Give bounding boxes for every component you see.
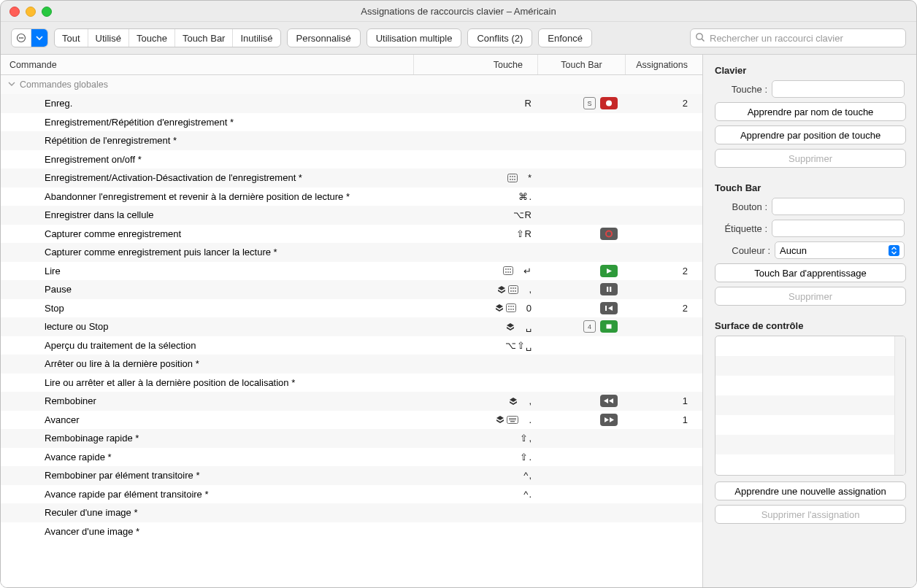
table-row[interactable]: Enregistrement/Répétition d'enregistreme… bbox=[1, 113, 702, 132]
close-icon[interactable] bbox=[9, 7, 20, 17]
table-row[interactable]: Avancer d'une image * bbox=[1, 522, 702, 541]
conflicts-button[interactable]: Conflits (2) bbox=[467, 28, 532, 47]
tb-label-input[interactable] bbox=[772, 220, 905, 237]
scrollbar[interactable] bbox=[894, 336, 905, 475]
ellipsis-icon[interactable] bbox=[12, 29, 31, 47]
tb-button-input[interactable] bbox=[772, 198, 905, 215]
list-item[interactable] bbox=[715, 435, 894, 454]
keyboard-delete-button[interactable]: Supprimer bbox=[715, 149, 906, 168]
key-cell bbox=[414, 355, 538, 374]
table-row[interactable]: Capturer comme enregistrement⇧R bbox=[1, 225, 702, 244]
table-row[interactable]: Rembobiner par élément transitoire *^, bbox=[1, 466, 702, 485]
assignments-cell bbox=[626, 448, 702, 467]
command-label: Avancer bbox=[45, 414, 79, 425]
assignments-cell bbox=[626, 522, 702, 541]
command-cell: Enregistrement on/off * bbox=[1, 150, 414, 169]
list-item[interactable] bbox=[715, 336, 894, 356]
delete-assignment-button[interactable]: Supprimer l'assignation bbox=[715, 505, 906, 524]
search-field[interactable] bbox=[690, 28, 906, 47]
control-surface-list[interactable] bbox=[715, 336, 906, 476]
svg-rect-15 bbox=[600, 228, 618, 240]
learn-by-name-button[interactable]: Apprendre par nom de touche bbox=[715, 102, 906, 121]
key-cell bbox=[414, 243, 538, 262]
table-row[interactable]: Enregistrement/Activation-Désactivation … bbox=[1, 169, 702, 187]
zoom-icon[interactable] bbox=[42, 7, 52, 17]
svg-rect-32 bbox=[600, 283, 618, 295]
control-surface-section: Surface de contrôle Apprendre une nouvel… bbox=[715, 320, 905, 528]
table-row[interactable]: Stop02 bbox=[1, 299, 702, 318]
minimize-icon[interactable] bbox=[26, 7, 36, 17]
table-row[interactable]: lecture ou Stop␣4 bbox=[1, 317, 702, 336]
search-input[interactable] bbox=[690, 28, 906, 47]
table-row[interactable]: Reculer d'une image * bbox=[1, 503, 702, 522]
num-icon bbox=[503, 266, 513, 275]
assignments-cell: 1 bbox=[626, 392, 702, 411]
col-assignments[interactable]: Assignations bbox=[626, 55, 702, 74]
filter-touche[interactable]: Touche bbox=[129, 29, 175, 47]
list-item[interactable] bbox=[715, 415, 894, 435]
filter-utilise[interactable]: Utilisé bbox=[88, 29, 129, 47]
command-label: Lire ou arrêter et aller à la dernière p… bbox=[45, 377, 295, 388]
table-row[interactable]: Abandonner l'enregistrement et revenir à… bbox=[1, 187, 702, 206]
key-cell: 0 bbox=[414, 299, 538, 318]
select-chevron-icon bbox=[889, 245, 899, 256]
key-input[interactable] bbox=[772, 80, 905, 98]
list-item[interactable] bbox=[715, 454, 894, 474]
col-command[interactable]: Commande bbox=[1, 55, 414, 74]
chevron-down-icon[interactable] bbox=[31, 29, 47, 47]
key-value: ^. bbox=[523, 489, 532, 500]
col-key[interactable]: Touche bbox=[414, 55, 538, 74]
learn-assignment-button[interactable]: Apprendre une nouvelle assignation bbox=[715, 481, 906, 500]
table-row[interactable]: Avancer.1 bbox=[1, 411, 702, 430]
view-mode-pill[interactable] bbox=[11, 28, 48, 47]
table-row[interactable]: Avance rapide par élément transitoire *^… bbox=[1, 485, 702, 504]
touchbar-stop-icon bbox=[599, 320, 618, 333]
svg-rect-8 bbox=[507, 174, 517, 182]
svg-point-18 bbox=[505, 268, 507, 270]
table-row[interactable]: Avance rapide *⇧. bbox=[1, 448, 702, 467]
table-row[interactable]: Capturer comme enregistrement puis lance… bbox=[1, 243, 702, 262]
filter-tout[interactable]: Tout bbox=[55, 29, 88, 47]
touchbar-cell bbox=[538, 280, 626, 299]
table-row[interactable]: Lire ou arrêter et aller à la dernière p… bbox=[1, 374, 702, 392]
filter-touchbar[interactable]: Touch Bar bbox=[175, 29, 234, 47]
table-row[interactable]: Arrêter ou lire à la dernière position * bbox=[1, 355, 702, 374]
pressed-button[interactable]: Enfoncé bbox=[538, 28, 592, 47]
commands-table: Commande Touche Touch Bar Assignations C… bbox=[1, 55, 703, 587]
table-row[interactable]: Pause, bbox=[1, 280, 702, 299]
tb-color-select[interactable]: Aucun bbox=[775, 241, 905, 259]
section-header[interactable]: Commandes globales bbox=[1, 75, 702, 94]
filter-inutilise[interactable]: Inutilisé bbox=[233, 29, 280, 47]
table-row[interactable]: Rembobiner,1 bbox=[1, 392, 702, 411]
table-row[interactable]: Aperçu du traitement de la sélection⌥⇧␣ bbox=[1, 336, 702, 355]
col-touchbar[interactable]: Touch Bar bbox=[538, 55, 626, 74]
command-cell: Enregistrement/Activation-Désactivation … bbox=[1, 169, 414, 187]
customized-button[interactable]: Personnalisé bbox=[287, 28, 361, 47]
touchbar-cell bbox=[538, 206, 626, 225]
filter-segmented[interactable]: Tout Utilisé Touche Touch Bar Inutilisé bbox=[54, 28, 281, 47]
table-row[interactable]: Répétition de l'enregistrement * bbox=[1, 131, 702, 150]
assignments-cell bbox=[626, 355, 702, 374]
list-item[interactable] bbox=[715, 356, 894, 376]
list-item[interactable] bbox=[715, 376, 894, 395]
svg-rect-34 bbox=[610, 287, 611, 292]
touchbar-learn-button[interactable]: Touch Bar d'apprentissage bbox=[715, 263, 906, 282]
list-item[interactable] bbox=[715, 395, 894, 415]
key-cell: , bbox=[414, 392, 538, 411]
command-cell: Capturer comme enregistrement puis lance… bbox=[1, 243, 414, 262]
learn-by-position-button[interactable]: Apprendre par position de touche bbox=[715, 125, 906, 144]
table-row[interactable]: Enregistrement on/off * bbox=[1, 150, 702, 169]
touchbar-delete-button[interactable]: Supprimer bbox=[715, 287, 906, 306]
disclosure-icon[interactable] bbox=[8, 80, 15, 90]
table-body[interactable]: Commandes globales Enreg.RS2Enregistreme… bbox=[1, 75, 702, 587]
table-row[interactable]: Rembobinage rapide *⇧, bbox=[1, 429, 702, 448]
multiple-use-button[interactable]: Utilisation multiple bbox=[367, 28, 462, 47]
table-row[interactable]: Enregistrer dans la cellule⌥R bbox=[1, 206, 702, 225]
table-row[interactable]: Lire↵2 bbox=[1, 262, 702, 281]
command-label: lecture ou Stop bbox=[45, 321, 108, 332]
key-cell: ^. bbox=[414, 485, 538, 504]
command-label: Répétition de l'enregistrement * bbox=[45, 135, 177, 146]
table-row[interactable]: Enreg.RS2 bbox=[1, 94, 702, 113]
svg-rect-43 bbox=[605, 306, 607, 311]
assignments-cell bbox=[626, 485, 702, 504]
